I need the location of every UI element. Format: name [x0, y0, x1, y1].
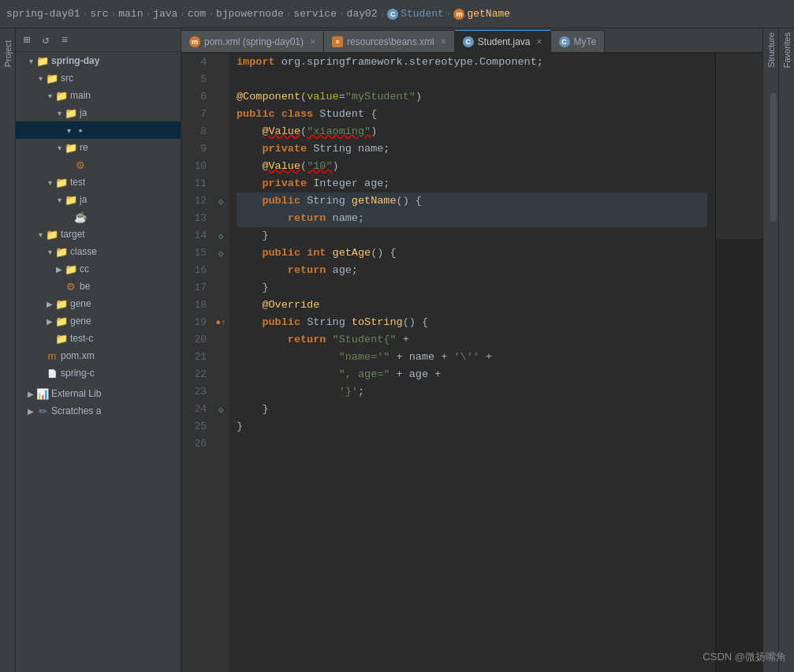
tab-beans[interactable]: x resources\beans.xml ×: [324, 30, 455, 52]
tree-item-gene1[interactable]: ▶ 📁 gene: [16, 295, 181, 312]
tree-item-res-file[interactable]: ⚙: [16, 156, 181, 174]
ln-13: 13: [181, 210, 207, 227]
project-label-text[interactable]: Project: [3, 36, 13, 71]
ln-26: 26: [181, 435, 207, 453]
tab-student[interactable]: C Student.java ×: [455, 30, 551, 52]
breadcrumb: spring-day01 › src › main › java › com ›…: [0, 0, 794, 28]
bc-bjpowernode[interactable]: bjpowernode: [216, 8, 284, 20]
tree-item-be[interactable]: ⚙ be: [16, 278, 181, 295]
code-line-17: }: [237, 279, 707, 297]
ln-8: 8: [181, 123, 207, 140]
tree-item-java2[interactable]: ▾ 📁 ja: [16, 191, 181, 208]
project-file-tree: ▾ 📁 spring-day ▾ 📁 src ▾ 📁 main ▾: [16, 52, 181, 672]
gutter-4: [213, 54, 229, 71]
code-line-15: public int getAge() {: [237, 245, 707, 262]
tree-item-target[interactable]: ▾ 📁 target: [16, 226, 181, 243]
bc-day02[interactable]: day02: [347, 8, 378, 20]
ln-5: 5: [181, 71, 207, 88]
bc-com[interactable]: com: [188, 8, 206, 20]
gutter-26: [213, 435, 229, 453]
favorites-label[interactable]: Favorites: [782, 28, 792, 72]
ln-11: 11: [181, 175, 207, 192]
tree-arrow-extlib: ▶: [25, 390, 36, 398]
ln-22: 22: [181, 366, 207, 383]
project-panel-label: Project: [0, 28, 16, 672]
favorites-panel: Favorites: [778, 28, 794, 672]
tree-item-root[interactable]: ▾ 📁 spring-day: [16, 52, 181, 69]
tree-item-springc[interactable]: 📄 spring-c: [16, 364, 181, 382]
code-editor[interactable]: import org.springframework.stereotype.Co…: [229, 54, 715, 672]
tree-item-testc[interactable]: 📁 test-c: [16, 330, 181, 347]
sidebar-icon-layout[interactable]: ⊞: [19, 32, 35, 48]
tree-arrow-scratches: ▶: [25, 407, 36, 416]
gutter-15[interactable]: ◇: [213, 245, 229, 262]
tree-item-res[interactable]: ▾ 📁 re: [16, 139, 181, 156]
tree-item-gene2[interactable]: ▶ 📁 gene: [16, 312, 181, 330]
bc-src[interactable]: src: [90, 8, 108, 20]
tree-item-pkg[interactable]: ▾ ▪: [16, 121, 181, 139]
tab-student-close[interactable]: ×: [537, 36, 542, 47]
tree-item-scratches[interactable]: ▶ ✏ Scratches a: [16, 402, 181, 420]
tree-item-java1[interactable]: ▾ 📁 ja: [16, 104, 181, 121]
tab-myte-icon: C: [559, 36, 570, 47]
ln-12: 12: [181, 192, 207, 210]
tab-myte[interactable]: C MyTe: [551, 30, 606, 52]
tab-beans-icon: x: [332, 36, 343, 47]
code-line-26: [237, 435, 707, 453]
tree-item-pom[interactable]: m pom.xm: [16, 347, 181, 364]
structure-label[interactable]: Structure: [766, 28, 776, 72]
tab-pom-close[interactable]: ×: [310, 36, 315, 47]
code-line-13: return name;: [237, 210, 707, 227]
tab-beans-close[interactable]: ×: [441, 36, 446, 47]
ln-16: 16: [181, 262, 207, 279]
tree-item-src[interactable]: ▾ 📁 src: [16, 69, 181, 87]
editor-panel: m pom.xml (spring-day01) × x resources\b…: [181, 28, 762, 672]
tree-item-test-file[interactable]: ☕: [16, 208, 181, 226]
code-line-20: return "Student{" +: [237, 331, 707, 349]
gutter-17: [213, 279, 229, 297]
gutter-9: [213, 140, 229, 158]
tree-item-classes[interactable]: ▾ 📁 classe: [16, 243, 181, 260]
code-line-10: @Value("10"): [237, 158, 707, 175]
bc-method[interactable]: getName: [467, 8, 510, 20]
sidebar-icon-back[interactable]: ↺: [38, 32, 54, 48]
tree-item-main[interactable]: ▾ 📁 main: [16, 87, 181, 104]
tree-arrow-root: ▾: [25, 57, 36, 65]
code-line-18: @Override: [237, 297, 707, 314]
code-line-7: public class Student {: [237, 106, 707, 123]
testc-folder-icon: 📁: [55, 333, 68, 345]
tree-arrow-res: ▾: [54, 144, 65, 152]
main-folder-icon: 📁: [55, 90, 68, 102]
tree-arrow-main: ▾: [44, 91, 55, 100]
ln-17: 17: [181, 279, 207, 297]
src-folder-icon: 📁: [46, 73, 58, 84]
minimap[interactable]: [715, 54, 762, 672]
gutter-14[interactable]: ◇: [213, 227, 229, 245]
bc-main[interactable]: main: [118, 8, 143, 20]
bc-java[interactable]: java: [153, 8, 177, 20]
tab-pom[interactable]: m pom.xml (spring-day01) ×: [181, 30, 324, 52]
gutter-12[interactable]: ◇: [213, 192, 229, 210]
tree-arrow-test: ▾: [44, 178, 55, 187]
scrollbar-indicator[interactable]: [770, 93, 777, 222]
tree-item-cc[interactable]: ▶ 📁 cc: [16, 260, 181, 278]
gene2-folder-icon: 📁: [55, 315, 68, 327]
tree-label-gene1: gene: [70, 298, 91, 309]
gutter-24[interactable]: ◇: [213, 401, 229, 418]
bc-spring-day01[interactable]: spring-day01: [6, 8, 80, 20]
tree-label-root: spring-day: [51, 55, 99, 66]
bc-class[interactable]: Student: [401, 8, 444, 20]
tab-pom-label: pom.xml (spring-day01): [204, 36, 304, 47]
tree-item-extlib[interactable]: ▶ 📊 External Lib: [16, 385, 181, 402]
tab-student-label: Student.java: [478, 36, 531, 47]
gutter-19[interactable]: ●↑: [213, 314, 229, 331]
watermark: CSDN @微扬嘴角: [703, 650, 786, 664]
class-icon: C: [387, 9, 398, 20]
tree-item-test[interactable]: ▾ 📁 test: [16, 174, 181, 191]
springc-file-icon: 📄: [46, 369, 58, 378]
tab-beans-label: resources\beans.xml: [347, 36, 434, 47]
tree-label-testc: test-c: [70, 333, 93, 344]
sidebar-icon-collapse[interactable]: ≡: [57, 32, 73, 48]
bc-service[interactable]: service: [293, 8, 337, 20]
gutter-20: [213, 331, 229, 349]
